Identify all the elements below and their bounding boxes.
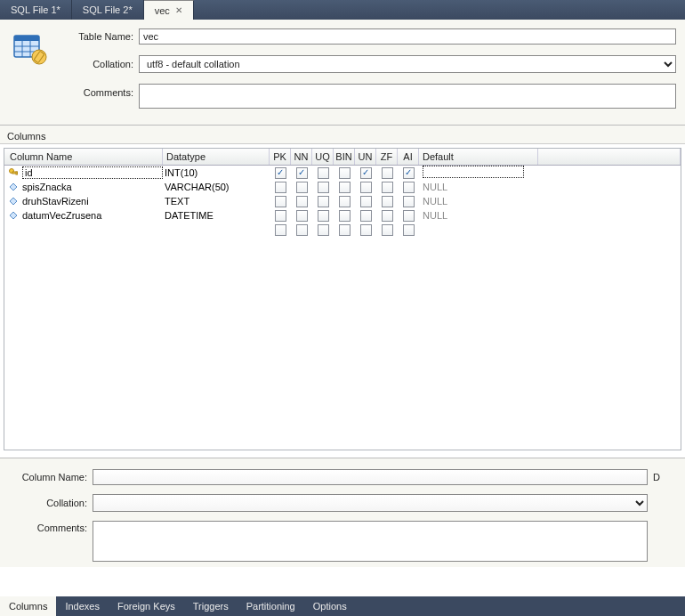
checkbox[interactable] [296, 167, 308, 179]
detail-comments-textarea[interactable] [93, 521, 648, 562]
checkbox[interactable] [382, 167, 393, 179]
grid-header-nn[interactable]: NN [291, 149, 312, 165]
checkbox[interactable] [318, 167, 329, 179]
default-text: NULL [423, 196, 447, 207]
svg-rect-1 [14, 36, 39, 41]
checkbox[interactable] [275, 167, 286, 179]
svg-marker-12 [10, 198, 17, 205]
grid-header-bin[interactable]: BIN [334, 149, 355, 165]
table-row[interactable]: spisZnackaVARCHAR(50)NULL [4, 180, 681, 194]
checkbox[interactable] [382, 210, 393, 222]
checkbox[interactable] [382, 196, 393, 207]
datatype-cell[interactable]: INT(10) [163, 167, 270, 178]
checkbox[interactable] [275, 196, 286, 207]
checkbox[interactable] [403, 182, 415, 193]
grid-header-datatype[interactable]: Datatype [163, 149, 270, 165]
top-tab-bar: SQL File 1* SQL File 2* vec ✕ [0, 0, 685, 20]
checkbox[interactable] [339, 196, 351, 207]
column-details-panel: Column Name: D Collation: Comments: [0, 458, 685, 567]
collation-select[interactable]: utf8 - default collation [139, 55, 676, 73]
default-edit[interactable] [423, 166, 524, 178]
checkbox[interactable] [403, 224, 415, 236]
svg-marker-13 [10, 212, 17, 219]
datatype-cell[interactable]: TEXT [163, 196, 270, 207]
checkbox[interactable] [382, 224, 393, 236]
checkbox[interactable] [360, 196, 372, 207]
checkbox[interactable] [339, 167, 351, 179]
checkbox[interactable] [339, 210, 351, 222]
columns-grid: Column Name Datatype PK NN UQ BIN UN ZF … [4, 148, 681, 450]
detail-columnname-label: Column Name: [7, 472, 87, 482]
bottom-tab-indexes[interactable]: Indexes [56, 596, 109, 616]
checkbox[interactable] [275, 182, 286, 193]
tab-sqlfile1[interactable]: SQL File 1* [0, 0, 72, 20]
checkbox[interactable] [382, 182, 393, 193]
grid-header-row: Column Name Datatype PK NN UQ BIN UN ZF … [4, 149, 681, 166]
grid-header-ai[interactable]: AI [398, 149, 419, 165]
column-icon [8, 210, 19, 221]
key-icon [8, 167, 19, 178]
comments-textarea[interactable] [139, 84, 676, 109]
svg-rect-10 [16, 172, 18, 174]
checkbox[interactable] [318, 224, 329, 236]
checkbox[interactable] [296, 210, 308, 222]
checkbox[interactable] [339, 182, 351, 193]
detail-collation-select[interactable] [93, 494, 648, 512]
grid-header-pk[interactable]: PK [270, 149, 291, 165]
checkbox[interactable] [360, 182, 372, 193]
checkbox[interactable] [318, 182, 329, 193]
checkbox[interactable] [403, 210, 415, 222]
table-row[interactable]: datumVecZrusenaDATETIMENULL [4, 208, 681, 223]
bottom-tab-options[interactable]: Options [304, 596, 356, 616]
table-name-input[interactable] [139, 28, 676, 45]
grid-header-default[interactable]: Default [419, 149, 538, 165]
checkbox[interactable] [275, 210, 286, 222]
checkbox[interactable] [360, 210, 372, 222]
table-icon [12, 32, 48, 68]
comments-label: Comments: [62, 87, 133, 98]
datatype-cell[interactable]: VARCHAR(50) [163, 182, 270, 192]
tab-label: vec [155, 5, 170, 16]
grid-header-colname[interactable]: Column Name [4, 149, 163, 165]
column-name-text: spisZnacka [22, 182, 72, 192]
checkbox[interactable] [296, 182, 308, 193]
datatype-cell[interactable]: DATETIME [163, 210, 270, 221]
bottom-tab-triggers[interactable]: Triggers [184, 596, 238, 616]
grid-header-uq[interactable]: UQ [312, 149, 334, 165]
table-row[interactable]: idINT(10) [4, 166, 681, 180]
table-row-empty[interactable] [4, 223, 681, 237]
column-name-edit[interactable]: id [22, 166, 163, 179]
checkbox[interactable] [403, 167, 415, 179]
column-icon [8, 182, 19, 192]
detail-datatype-sidelabel: D [653, 472, 678, 482]
tab-sqlfile2[interactable]: SQL File 2* [72, 0, 144, 20]
bottom-tab-bar: Columns Indexes Foreign Keys Triggers Pa… [0, 596, 685, 616]
table-name-label: Table Name: [62, 31, 133, 42]
default-text: NULL [423, 182, 447, 192]
detail-columnname-input[interactable] [93, 469, 648, 485]
detail-comments-label: Comments: [7, 523, 87, 533]
bottom-tab-label: Indexes [65, 601, 100, 612]
table-row[interactable]: druhStavRizeniTEXTNULL [4, 194, 681, 208]
bottom-tab-label: Options [313, 601, 347, 612]
bottom-tab-label: Partitioning [246, 601, 295, 612]
checkbox[interactable] [360, 224, 372, 236]
bottom-tab-partitioning[interactable]: Partitioning [238, 596, 304, 616]
checkbox[interactable] [275, 224, 286, 236]
checkbox[interactable] [318, 210, 329, 222]
grid-header-zf[interactable]: ZF [376, 149, 398, 165]
close-icon[interactable]: ✕ [175, 5, 182, 15]
checkbox[interactable] [296, 224, 308, 236]
bottom-tab-columns[interactable]: Columns [0, 596, 56, 616]
checkbox[interactable] [360, 167, 372, 179]
column-icon [8, 196, 19, 207]
table-header-form: Table Name: Collation: utf8 - default co… [0, 20, 685, 126]
checkbox[interactable] [296, 196, 308, 207]
tab-label: SQL File 2* [83, 4, 133, 15]
checkbox[interactable] [339, 224, 351, 236]
bottom-tab-foreignkeys[interactable]: Foreign Keys [109, 596, 184, 616]
checkbox[interactable] [403, 196, 415, 207]
checkbox[interactable] [318, 196, 329, 207]
tab-vec[interactable]: vec ✕ [144, 0, 194, 20]
grid-header-un[interactable]: UN [355, 149, 376, 165]
